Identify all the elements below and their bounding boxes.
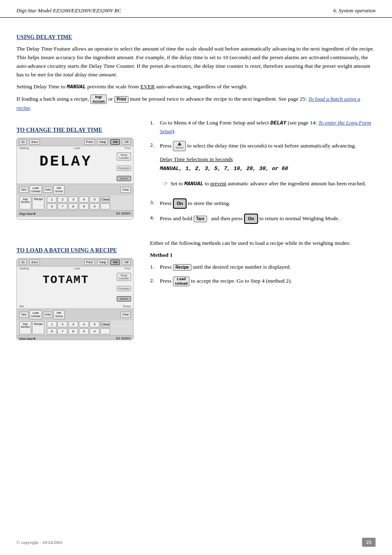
load-unload-btn-m1: Load Unload — [173, 276, 190, 286]
step3: 3. Press On to store the setting. — [150, 198, 376, 209]
para1: The Delay Time Feature allows an operato… — [16, 45, 376, 79]
section3-layout: TO LOAD A BATCH USING A RECIPE ID Zero P… — [16, 239, 376, 340]
device2-clear-btn: Clear — [120, 312, 131, 318]
method1-heading: Method 1 — [150, 251, 376, 260]
device1-ingr-btn: IngrAccum — [19, 196, 31, 210]
section1-heading: USING DELAY TIME — [16, 34, 376, 41]
device1-clear-btn: Clear — [120, 187, 131, 193]
delay-selections: Delay Time Selections in Seconds MANUAL,… — [160, 155, 376, 173]
note-box: ☞ Set to MANUAL to prevent automatic adv… — [160, 177, 376, 191]
device2-tare-btn: Tare — [19, 312, 28, 318]
method1-step2: 2. Press Load Unload to accept the recip… — [150, 276, 376, 286]
device2-ingr-btn: IngrAccum — [19, 321, 31, 334]
section3-heading: TO LOAD A BATCH USING A RECIPE — [16, 247, 140, 254]
device1-on-btn: ON — [111, 139, 120, 145]
device2-net-gross: NetGross — [17, 304, 133, 309]
device2-print-btn: Print — [84, 260, 95, 265]
select-btn: Select — [173, 141, 186, 151]
on-btn-step4: On — [244, 214, 258, 224]
section2-layout: TO CHANGE THE DELAY TIME ID Zero Print H… — [16, 119, 376, 229]
device1-big-text: DELAY — [18, 153, 113, 170]
device1-side-labels: TimerCounter Function Select — [115, 150, 133, 184]
section3-left: TO LOAD A BATCH USING A RECIPE ID Zero P… — [16, 239, 140, 340]
delay-title: Delay Time Selections in Seconds — [160, 155, 376, 164]
device1-display: DELAY — [17, 150, 115, 172]
device1-image: ID Zero Print Help ON Off WaitingLoadPri… — [16, 138, 134, 220]
para3: If loading a batch using a recipe, Ingr … — [16, 94, 376, 113]
print-btn-inline: Print — [114, 96, 129, 103]
note-text: Set to MANUAL to prevent automatic advan… — [171, 180, 366, 189]
page-footer: © copyright - 10/24/2001 25 — [0, 538, 392, 547]
step1: 1. Go to Menu 4 of the Long Form Setup a… — [150, 119, 376, 136]
device1-recipe-btn: Recipe — [32, 196, 44, 210]
note-icon: ☞ — [163, 180, 168, 189]
device2-bottom: Tare LoadUnload Hold NetGross Clear — [17, 309, 133, 320]
device2-display-area: TOTAMT TimerCounter Function Select — [17, 270, 133, 304]
device2-big-text: TOTAMT — [18, 274, 113, 286]
device1-numpad-row: IngrAccum Recipe 1 2 3 4 5 Clear 6 7 8 — [17, 196, 133, 210]
step2: 2. Press Select to select the delay time… — [150, 141, 376, 193]
section2-heading: TO CHANGE THE DELAY TIME — [16, 127, 140, 134]
device2-zero-btn: Zero — [29, 260, 40, 265]
device2-net-btn: NetGross — [53, 310, 65, 319]
device1-numpad: 1 2 3 4 5 Clear 6 7 8 9 0 — [47, 196, 110, 210]
page-header: Digi-Star Model EZ3200/EZ3200V/EZ3200V R… — [0, 0, 392, 18]
device2-side-labels: TimerCounter Function Select — [115, 270, 133, 304]
device1-tare-btn: Tare — [19, 187, 28, 193]
ingr-accum-btn-inline: Ingr Accum — [90, 94, 107, 104]
device1-off-btn: Off — [122, 139, 131, 145]
device2-help-btn: Help — [97, 260, 108, 265]
device2-off-btn: Off — [122, 260, 131, 265]
device1-help-btn: Help — [97, 139, 108, 145]
recipe-btn-m1: Recipe — [173, 264, 191, 271]
method1-step1: 1. Press Recipe until the desired recipe… — [150, 263, 376, 272]
device1-print-btn: Print — [84, 139, 95, 145]
device1-load-btn: LoadUnload — [30, 185, 42, 194]
tare-btn-step4: Tare — [194, 216, 207, 222]
device2-model: EZ 3200V — [116, 336, 131, 341]
device1-net-btn: NetGross — [53, 185, 65, 194]
device2-recipe-btn: Recipe — [32, 321, 44, 334]
device1-top-bar: ID Zero Print Help ON Off — [17, 138, 133, 146]
method1-steps: 1. Press Recipe until the desired recipe… — [150, 263, 376, 286]
section2-right: 1. Go to Menu 4 of the Long Form Setup a… — [150, 119, 376, 229]
device2-top-bar: ID Zero Print Help ON Off — [17, 258, 133, 267]
section3-intro: Either of the following methods can be u… — [150, 239, 376, 248]
device2-on-btn: ON — [111, 260, 120, 265]
device2-labels-top: WaitingLoadPrint — [17, 267, 133, 270]
section3-right: Either of the following methods can be u… — [150, 239, 376, 340]
device1-id-btn: ID — [19, 139, 27, 145]
device2-numpad-row: IngrAccum Recipe 1 2 3 4 5 Clear 6 7 8 — [17, 320, 133, 335]
device1-labels-top: WaitingLoadPrint — [17, 146, 133, 150]
device1-brand: Digi-Star★ — [19, 212, 36, 216]
para2: Setting Delay Time to MANUAL prevents th… — [16, 83, 376, 91]
section2-steps: 1. Go to Menu 4 of the Long Form Setup a… — [150, 119, 376, 224]
delay-values: MANUAL, 1, 2, 3, 5, 7, 10, 20, 30, or 60 — [160, 165, 376, 173]
header-left: Digi-Star Model EZ3200/EZ3200V/EZ3200V R… — [16, 7, 121, 14]
section2-left: TO CHANGE THE DELAY TIME ID Zero Print H… — [16, 119, 140, 229]
on-btn-step3: On — [173, 198, 187, 209]
device2-id-btn: ID — [19, 260, 27, 265]
device1-hold-btn: Hold — [43, 187, 52, 193]
device1-display-area: DELAY TimerCounter Function Select — [17, 150, 133, 184]
device2-image: ID Zero Print Help ON Off WaitingLoadPri… — [16, 258, 134, 340]
main-content: USING DELAY TIME The Delay Time Feature … — [0, 22, 392, 367]
page-container: Digi-Star Model EZ3200/EZ3200V/EZ3200V R… — [0, 0, 392, 555]
triangle-icon — [178, 142, 182, 145]
step4: 4. Press and hold Tare and then press On… — [150, 214, 376, 224]
device2-hold-btn: Hold — [43, 312, 52, 318]
device1-bottom: Tare LoadUnload Hold NetGross Clear — [17, 184, 133, 195]
page-number: 25 — [362, 538, 376, 547]
device1-zero-btn: Zero — [29, 139, 40, 145]
header-right: 6. System operation — [333, 7, 376, 14]
device2-display: TOTAMT — [17, 270, 115, 288]
footer-copyright: © copyright - 10/24/2001 — [16, 540, 63, 545]
device1-model: EZ 3200V — [116, 212, 131, 216]
device2-numpad: 1 2 3 4 5 Clear 6 7 8 9 0 — [47, 321, 110, 334]
device2-brand: Digi-Star★ — [19, 336, 36, 341]
device2-load-btn: LoadUnload — [30, 310, 42, 319]
